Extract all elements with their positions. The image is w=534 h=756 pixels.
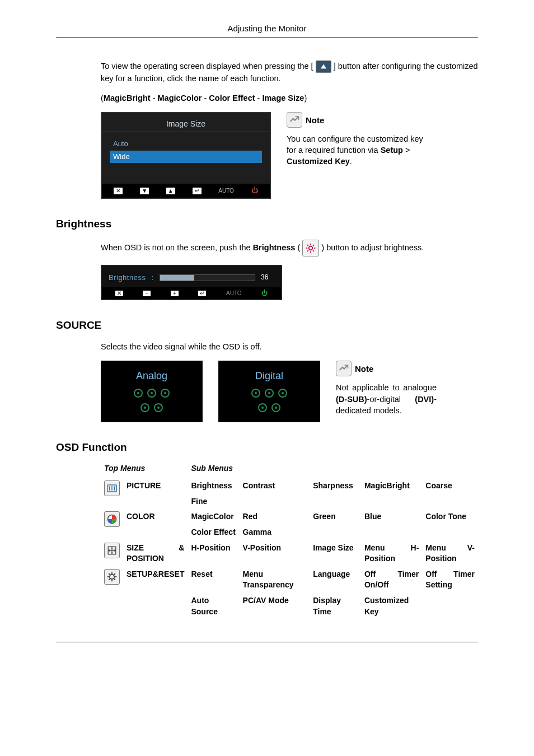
osd-key-power[interactable]: ⏻	[251, 186, 258, 195]
sub-sharpness[interactable]: Sharpness	[310, 478, 361, 494]
setup-reset-icon	[104, 569, 120, 585]
sub-customizedkey[interactable]: Customized Key	[361, 593, 422, 619]
note-text: You can configure the customized key for…	[287, 133, 432, 167]
osd-brightness-slider[interactable]	[160, 274, 255, 281]
osd-bkey-power[interactable]: ⏻	[261, 289, 268, 297]
osd-key-enter[interactable]: ↵	[193, 188, 202, 194]
size-position-icon	[104, 543, 120, 558]
sub-red[interactable]: Red	[240, 509, 310, 525]
src-note-dsub: (D-SUB)	[336, 395, 367, 404]
footer-rule	[56, 642, 478, 642]
sub-offtimer-onoff[interactable]: Off Timer On/Off	[361, 567, 422, 593]
header-rule	[56, 38, 478, 38]
sub-reset[interactable]: Reset	[188, 567, 239, 593]
sub-coarse[interactable]: Coarse	[422, 478, 478, 494]
osd-bkey-auto[interactable]: AUTO	[226, 290, 242, 297]
osd-brightness-label: Brightness	[109, 273, 146, 283]
osd-key-up[interactable]: ▲	[166, 188, 175, 194]
osd-key-down[interactable]: ▼	[140, 188, 149, 194]
svg-line-6	[313, 250, 314, 251]
svg-point-0	[309, 246, 313, 250]
sub-displaytime[interactable]: Display Time	[310, 593, 361, 619]
picture-icon	[104, 480, 120, 496]
link-imagesize[interactable]: Image Size	[262, 94, 304, 102]
heading-brightness: Brightness	[56, 217, 478, 232]
osd-imagesize-panel: Image Size Auto Wide ✕ ▼ ▲ ↵ AUTO ⏻	[101, 112, 271, 199]
note-label: Note	[306, 115, 324, 124]
color-icon	[104, 511, 120, 527]
links-line: (MagicBright - MagicColor - Color Effect…	[101, 92, 478, 104]
osd-bkey-enter[interactable]: ↵	[198, 291, 206, 296]
source-row: Analog Digital Note Not applicable to an…	[101, 361, 478, 422]
sub-menu-hpos[interactable]: Menu H-Position	[361, 540, 422, 567]
sub-coloreffect[interactable]: Color Effect	[188, 525, 239, 540]
menu-color[interactable]: COLOR	[123, 509, 188, 540]
svg-line-28	[109, 578, 110, 580]
page-header: Adjusting the Monitor	[56, 22, 478, 34]
svg-line-8	[313, 245, 314, 246]
osd-bkey-close[interactable]: ✕	[115, 291, 123, 296]
osd-key-auto[interactable]: AUTO	[218, 187, 234, 195]
sep3: -	[255, 94, 263, 102]
link-coloreffect[interactable]: Color Effect	[209, 94, 255, 102]
brightness-button-icon	[302, 240, 319, 256]
sub-vposition[interactable]: V-Position	[240, 540, 310, 567]
sub-language[interactable]: Language	[310, 567, 361, 593]
sub-autosource[interactable]: Auto Source	[188, 593, 239, 619]
sub-imagesize[interactable]: Image Size	[310, 540, 361, 567]
note1-custkey: Customized Key	[287, 157, 350, 166]
osd-brightness-panel: Brightness : 36 ✕ − + ↵ AUTO ⏻	[101, 265, 282, 301]
imagesize-row: Image Size Auto Wide ✕ ▼ ▲ ↵ AUTO ⏻ Note	[101, 112, 478, 199]
sub-brightness[interactable]: Brightness	[188, 478, 239, 494]
sep2: -	[202, 94, 209, 102]
sub-menutrans[interactable]: Menu Transparency	[240, 567, 310, 593]
intro-paragraph: To view the operating screen displayed w…	[101, 60, 478, 84]
note1-dot: .	[350, 157, 352, 166]
sub-hposition[interactable]: H-Position	[188, 540, 239, 567]
osd-function-table: Top Menus Sub Menus PICTURE Brightness C…	[101, 461, 478, 620]
note-label-2: Note	[355, 364, 373, 374]
osd-imagesize-title: Image Size	[102, 113, 270, 132]
osd-option-auto[interactable]: Auto	[110, 138, 262, 150]
menu-picture[interactable]: PICTURE	[123, 478, 188, 509]
source-desc: Selects the video signal while the OSD i…	[101, 341, 478, 352]
osd-bkey-plus[interactable]: +	[171, 291, 179, 296]
source-digital-tile[interactable]: Digital	[218, 361, 320, 422]
src-note-pre: Not applicable to analogue	[336, 383, 437, 392]
osd-option-wide[interactable]: Wide	[110, 151, 262, 163]
src-note-mid: -or-digital	[367, 395, 415, 404]
svg-line-5	[307, 245, 308, 246]
sub-blue[interactable]: Blue	[361, 509, 422, 525]
sub-green[interactable]: Green	[310, 509, 361, 525]
source-digital-label: Digital	[219, 369, 320, 383]
osd-bkey-minus[interactable]: −	[143, 291, 151, 296]
sub-contrast[interactable]: Contrast	[240, 478, 310, 494]
note-customized-key: Note You can configure the customized ke…	[287, 112, 432, 167]
svg-line-29	[114, 573, 115, 575]
source-analog-label: Analog	[101, 369, 202, 383]
brightness-paragraph: When OSD is not on the screen, push the …	[101, 240, 478, 256]
sub-offtimer-setting[interactable]: Off Timer Setting	[422, 567, 478, 593]
sub-magiccolor[interactable]: MagicColor	[188, 509, 239, 525]
svg-line-7	[307, 250, 308, 251]
sub-menu-vpos[interactable]: Menu V-Position	[422, 540, 478, 567]
sub-gamma[interactable]: Gamma	[240, 525, 310, 540]
note-source-text: Not applicable to analogue (D-SUB)-or-di…	[336, 382, 437, 416]
link-magicbright[interactable]: MagicBright	[104, 94, 151, 102]
link-magiccolor[interactable]: MagicColor	[158, 94, 202, 102]
source-analog-tile[interactable]: Analog	[101, 361, 203, 422]
sub-magicbright[interactable]: MagicBright	[361, 478, 422, 494]
sub-pcavmode[interactable]: PC/AV Mode	[240, 593, 310, 619]
sub-fine[interactable]: Fine	[188, 494, 239, 510]
sub-colortone[interactable]: Color Tone	[422, 509, 478, 525]
up-button-icon	[316, 60, 331, 73]
osd-key-close[interactable]: ✕	[114, 188, 123, 194]
menu-setup-reset[interactable]: SETUP&RESET	[123, 567, 188, 619]
paren-close: )	[304, 94, 307, 102]
note-icon-2	[336, 361, 352, 376]
note1-gt: >	[403, 146, 410, 155]
osd-brightness-value: 36	[261, 273, 274, 282]
menu-size-position[interactable]: SIZE & POSITION	[123, 540, 188, 567]
intro-block: To view the operating screen displayed w…	[101, 60, 478, 199]
svg-line-26	[109, 573, 110, 575]
